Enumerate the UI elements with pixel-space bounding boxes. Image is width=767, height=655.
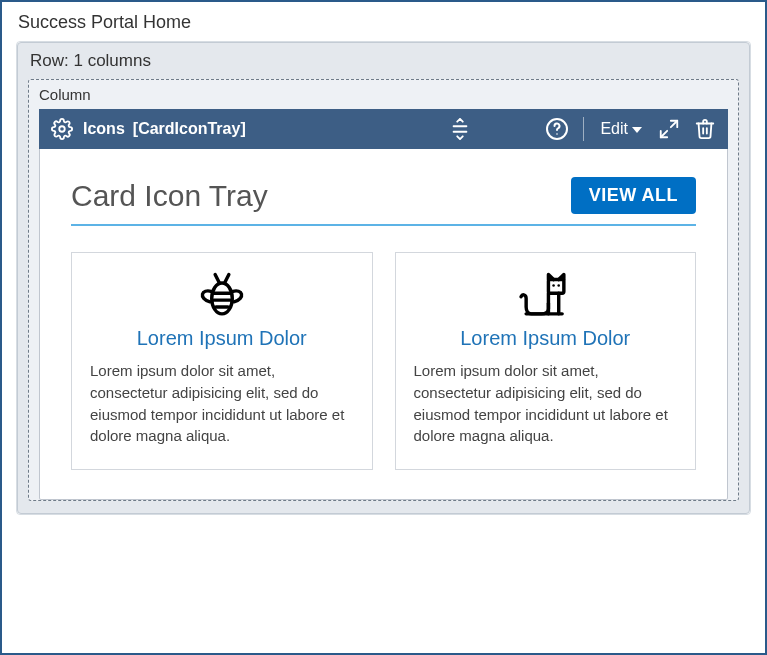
toolbar-left: Icons [CardIconTray] bbox=[49, 116, 437, 142]
widget-subtitle: [CardIconTray] bbox=[133, 120, 246, 138]
widget-body: Card Icon Tray VIEW ALL bbox=[39, 149, 728, 500]
page-title: Success Portal Home bbox=[18, 12, 751, 33]
cards-container: Lorem Ipsum Dolor Lorem ipsum dolor sit … bbox=[71, 252, 696, 470]
svg-point-4 bbox=[557, 133, 559, 135]
bee-icon bbox=[90, 271, 354, 319]
svg-point-17 bbox=[558, 284, 561, 287]
view-all-button[interactable]: VIEW ALL bbox=[571, 177, 696, 214]
svg-line-9 bbox=[215, 274, 219, 283]
edit-dropdown[interactable]: Edit bbox=[596, 118, 646, 140]
chevron-down-icon bbox=[632, 127, 642, 133]
card-item[interactable]: Lorem Ipsum Dolor Lorem ipsum dolor sit … bbox=[395, 252, 697, 470]
widget-toolbar: Icons [CardIconTray] bbox=[39, 109, 728, 149]
card-icon-tray-widget: Icons [CardIconTray] bbox=[39, 109, 728, 500]
help-icon[interactable] bbox=[543, 115, 571, 143]
row-panel[interactable]: Row: 1 columns Column I bbox=[17, 42, 750, 514]
widget-body-header: Card Icon Tray VIEW ALL bbox=[71, 177, 696, 226]
svg-rect-15 bbox=[549, 280, 564, 294]
toolbar-divider bbox=[583, 117, 584, 141]
layout-grid: Row: 1 columns Column I bbox=[16, 41, 751, 515]
cat-icon bbox=[414, 271, 678, 319]
row-label: Row: 1 columns bbox=[18, 43, 749, 79]
card-text: Lorem ipsum dolor sit amet, consectetur … bbox=[90, 360, 354, 447]
column-label: Column bbox=[29, 80, 738, 109]
edit-label: Edit bbox=[600, 120, 628, 138]
expand-icon[interactable] bbox=[656, 116, 682, 142]
card-item[interactable]: Lorem Ipsum Dolor Lorem ipsum dolor sit … bbox=[71, 252, 373, 470]
card-text: Lorem ipsum dolor sit amet, consectetur … bbox=[414, 360, 678, 447]
card-title: Lorem Ipsum Dolor bbox=[90, 327, 354, 350]
page-frame: Success Portal Home Row: 1 columns Colum… bbox=[0, 0, 767, 655]
svg-line-5 bbox=[671, 121, 677, 127]
svg-point-0 bbox=[59, 126, 65, 132]
gear-icon[interactable] bbox=[49, 116, 75, 142]
svg-point-16 bbox=[553, 284, 556, 287]
svg-line-10 bbox=[224, 274, 228, 283]
card-title: Lorem Ipsum Dolor bbox=[414, 327, 678, 350]
drag-handle-icon[interactable] bbox=[447, 116, 473, 142]
trash-icon[interactable] bbox=[692, 116, 718, 142]
tray-title: Card Icon Tray bbox=[71, 179, 268, 213]
column-panel[interactable]: Column Icons [CardIconTra bbox=[28, 79, 739, 501]
widget-title: Icons bbox=[83, 120, 125, 138]
svg-line-6 bbox=[661, 131, 667, 137]
